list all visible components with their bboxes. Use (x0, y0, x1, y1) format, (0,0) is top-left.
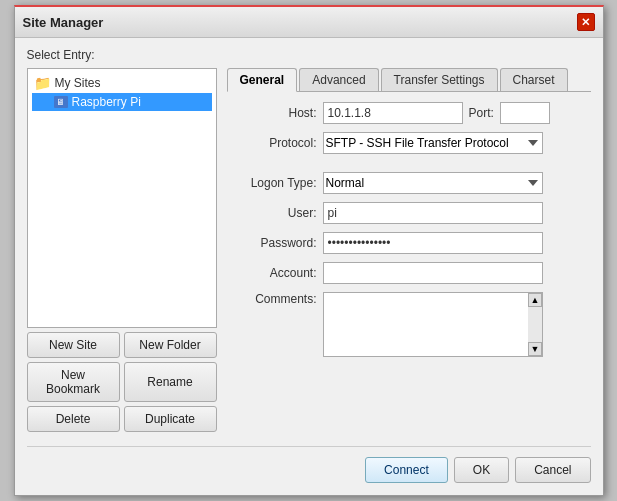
user-row: User: (227, 202, 591, 224)
comments-scroll-container: ▲ ▼ (323, 292, 543, 357)
duplicate-button[interactable]: Duplicate (124, 406, 217, 432)
password-row: Password: (227, 232, 591, 254)
account-row: Account: (227, 262, 591, 284)
site-manager-window: Site Manager ✕ Select Entry: 📁 My Sites … (14, 5, 604, 496)
connect-button[interactable]: Connect (365, 457, 448, 483)
new-folder-button[interactable]: New Folder (124, 332, 217, 358)
password-input[interactable] (323, 232, 543, 254)
user-label: User: (227, 206, 317, 220)
user-input[interactable] (323, 202, 543, 224)
tab-advanced[interactable]: Advanced (299, 68, 378, 91)
protocol-row: Protocol: SFTP - SSH File Transfer Proto… (227, 132, 591, 154)
rename-button[interactable]: Rename (124, 362, 217, 402)
port-label: Port: (469, 106, 494, 120)
tab-transfer-settings[interactable]: Transfer Settings (381, 68, 498, 91)
host-row: Host: Port: (227, 102, 591, 124)
new-site-button[interactable]: New Site (27, 332, 120, 358)
scroll-up-arrow[interactable]: ▲ (528, 293, 542, 307)
tree-root-item[interactable]: 📁 My Sites (32, 73, 212, 93)
tree-root-label: My Sites (55, 76, 101, 90)
title-bar: Site Manager ✕ (15, 7, 603, 38)
cancel-button[interactable]: Cancel (515, 457, 590, 483)
left-panel: 📁 My Sites 🖥 Raspberry Pi New Site New F… (27, 68, 217, 432)
tree-child-item[interactable]: 🖥 Raspberry Pi (32, 93, 212, 111)
site-action-buttons: New Site New Folder New Bookmark Rename … (27, 332, 217, 432)
close-button[interactable]: ✕ (577, 13, 595, 31)
logon-type-label: Logon Type: (227, 176, 317, 190)
right-panel: General Advanced Transfer Settings Chars… (227, 68, 591, 432)
tree-child-label: Raspberry Pi (72, 95, 141, 109)
logon-type-select[interactable]: Normal (323, 172, 543, 194)
window-title: Site Manager (23, 15, 104, 30)
scroll-down-arrow[interactable]: ▼ (528, 342, 542, 356)
main-content: 📁 My Sites 🖥 Raspberry Pi New Site New F… (27, 68, 591, 432)
ok-button[interactable]: OK (454, 457, 509, 483)
new-bookmark-button[interactable]: New Bookmark (27, 362, 120, 402)
server-icon: 🖥 (54, 96, 68, 108)
protocol-select[interactable]: SFTP - SSH File Transfer Protocol (323, 132, 543, 154)
account-input[interactable] (323, 262, 543, 284)
scroll-track (528, 307, 542, 342)
password-label: Password: (227, 236, 317, 250)
host-label: Host: (227, 106, 317, 120)
tree-view: 📁 My Sites 🖥 Raspberry Pi (27, 68, 217, 328)
comments-textarea[interactable] (324, 293, 528, 356)
protocol-label: Protocol: (227, 136, 317, 150)
tab-general[interactable]: General (227, 68, 298, 92)
comments-row: Comments: ▲ ▼ (227, 292, 591, 357)
delete-button[interactable]: Delete (27, 406, 120, 432)
host-input[interactable] (323, 102, 463, 124)
folder-icon: 📁 (34, 75, 51, 91)
window-body: Select Entry: 📁 My Sites 🖥 Raspberry Pi … (15, 38, 603, 495)
comments-scrollbar: ▲ ▼ (528, 293, 542, 356)
account-label: Account: (227, 266, 317, 280)
tab-charset[interactable]: Charset (500, 68, 568, 91)
comments-label: Comments: (227, 292, 317, 306)
tab-bar: General Advanced Transfer Settings Chars… (227, 68, 591, 92)
section-label: Select Entry: (27, 48, 591, 62)
port-input[interactable] (500, 102, 550, 124)
logon-type-row: Logon Type: Normal (227, 172, 591, 194)
bottom-bar: Connect OK Cancel (27, 446, 591, 483)
